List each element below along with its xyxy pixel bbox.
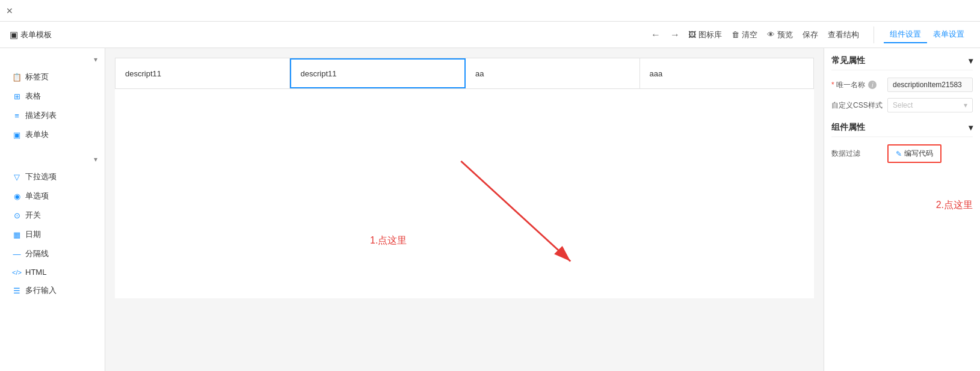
canvas-inner: descript11 descript11 aa aaa (115, 58, 814, 298)
sidebar-item-html[interactable]: </> HTML (0, 263, 105, 281)
description-list-icon: ≡ (12, 111, 22, 120)
sidebar-item-date[interactable]: ▦ 日期 (0, 225, 105, 244)
sidebar-section-1: ▾ 📋 标签页 ⊞ 表格 ≡ 描述列表 ▣ 表单块 (0, 48, 105, 148)
sidebar-item-table[interactable]: ⊞ 表格 (0, 87, 105, 106)
main-layout: ▾ 📋 标签页 ⊞ 表格 ≡ 描述列表 ▣ 表单块 ▾ (0, 48, 980, 371)
common-props-section: 常见属性 ▾ * 唯一名称 i descriptionItem21583 自定义… (831, 55, 973, 112)
html-icon: </> (12, 269, 22, 276)
icon-library-icon: 🖼 (688, 30, 696, 39)
info-icon: i (868, 81, 877, 89)
form-cell-4[interactable]: aaa (640, 58, 814, 88)
sidebar-item-radio[interactable]: ◉ 单选项 (0, 186, 105, 206)
tabs-icon: 📋 (12, 73, 22, 82)
date-icon: ▦ (12, 230, 22, 239)
css-style-select[interactable]: Select ▾ (887, 98, 973, 112)
unique-name-value[interactable]: descriptionItem21583 (887, 78, 973, 92)
annotation-text-2: 2.点这里 (831, 199, 973, 212)
collapse-icon-2: ▾ (94, 155, 97, 164)
sidebar-item-divider[interactable]: — 分隔线 (0, 244, 105, 263)
dropdown-icon: ▽ (12, 173, 22, 182)
icon-library-button[interactable]: 🖼 图标库 (688, 29, 722, 40)
form-cell-2[interactable]: descript11 (290, 58, 466, 88)
sidebar-item-multiline-input[interactable]: ☰ 多行输入 (0, 281, 105, 300)
write-code-button[interactable]: ✎ 编写代码 (887, 144, 941, 163)
divider-icon: — (12, 250, 22, 259)
css-style-label: 自定义CSS样式 (831, 100, 883, 111)
right-panel: 常见属性 ▾ * 唯一名称 i descriptionItem21583 自定义… (824, 48, 980, 371)
common-props-header: 常见属性 ▾ (831, 55, 973, 70)
form-cell-3[interactable]: aa (466, 58, 640, 88)
switch-icon: ⊙ (12, 211, 22, 220)
radio-icon: ◉ (12, 192, 22, 201)
top-bar: ✕ (0, 0, 980, 22)
table-icon: ⊞ (12, 92, 22, 101)
sidebar-section-2-header[interactable]: ▾ (0, 152, 105, 167)
multiline-input-icon: ☰ (12, 286, 22, 295)
form-block-icon: ▣ (12, 130, 22, 140)
preview-button[interactable]: 👁 预览 (767, 29, 793, 40)
form-template-icon: ▣ (10, 29, 18, 40)
sidebar-section-1-header[interactable]: ▾ (0, 52, 105, 67)
data-filter-field: 数据过滤 ✎ 编写代码 (831, 144, 973, 163)
sidebar-item-tabs[interactable]: 📋 标签页 (0, 67, 105, 87)
chevron-down-icon: ▾ (964, 101, 967, 109)
form-cell-1[interactable]: descript11 (116, 58, 290, 88)
view-structure-button[interactable]: 查看结构 (828, 29, 859, 40)
tab-form-settings[interactable]: 表单设置 (927, 26, 970, 43)
component-props-section: 组件属性 ▾ 数据过滤 ✎ 编写代码 (831, 122, 973, 163)
annotation-text-1: 1.点这里 (370, 235, 407, 247)
undo-button[interactable]: ← (647, 28, 664, 42)
form-row: descript11 descript11 aa aaa (115, 58, 814, 89)
sidebar-item-dropdown[interactable]: ▽ 下拉选项 (0, 167, 105, 186)
component-props-collapse-icon[interactable]: ▾ (969, 123, 973, 132)
form-template-label: ▣ 表单模板 (10, 29, 635, 40)
unique-name-label: * 唯一名称 i (831, 80, 883, 90)
sidebar-item-description-list[interactable]: ≡ 描述列表 (0, 106, 105, 125)
css-style-field: 自定义CSS样式 Select ▾ (831, 98, 973, 112)
save-button[interactable]: 保存 (803, 29, 818, 40)
unique-name-field: * 唯一名称 i descriptionItem21583 (831, 78, 973, 92)
tab-component-settings[interactable]: 组件设置 (884, 26, 927, 43)
left-sidebar: ▾ 📋 标签页 ⊞ 表格 ≡ 描述列表 ▣ 表单块 ▾ (0, 48, 105, 371)
sidebar-section-2: ▾ ▽ 下拉选项 ◉ 单选项 ⊙ 开关 ▦ 日期 — 分隔线 (0, 148, 105, 304)
canvas-area: descript11 descript11 aa aaa (105, 48, 824, 371)
edit-icon: ✎ (896, 150, 902, 158)
data-filter-label: 数据过滤 (831, 149, 883, 159)
preview-icon: 👁 (767, 30, 775, 39)
sidebar-item-form-block[interactable]: ▣ 表单块 (0, 125, 105, 144)
form-template-text: 表单模板 (20, 29, 52, 40)
toolbar-right: 🖼 图标库 🗑 清空 👁 预览 保存 查看结构 组件设置 表单设置 (688, 26, 970, 43)
close-icon[interactable]: ✕ (6, 6, 13, 16)
toolbar-left: ▣ 表单模板 ← → (10, 28, 683, 42)
toolbar-tabs: 组件设置 表单设置 (874, 26, 970, 43)
clear-button[interactable]: 🗑 清空 (732, 29, 757, 40)
collapse-icon-1: ▾ (94, 55, 97, 64)
toolbar: ▣ 表单模板 ← → 🖼 图标库 🗑 清空 👁 预览 保存 查看结构 组件设置 (0, 22, 980, 48)
common-props-collapse-icon[interactable]: ▾ (969, 56, 973, 66)
clear-icon: 🗑 (732, 30, 739, 39)
sidebar-item-switch[interactable]: ⊙ 开关 (0, 206, 105, 225)
redo-button[interactable]: → (667, 28, 683, 42)
component-props-header: 组件属性 ▾ (831, 122, 973, 137)
